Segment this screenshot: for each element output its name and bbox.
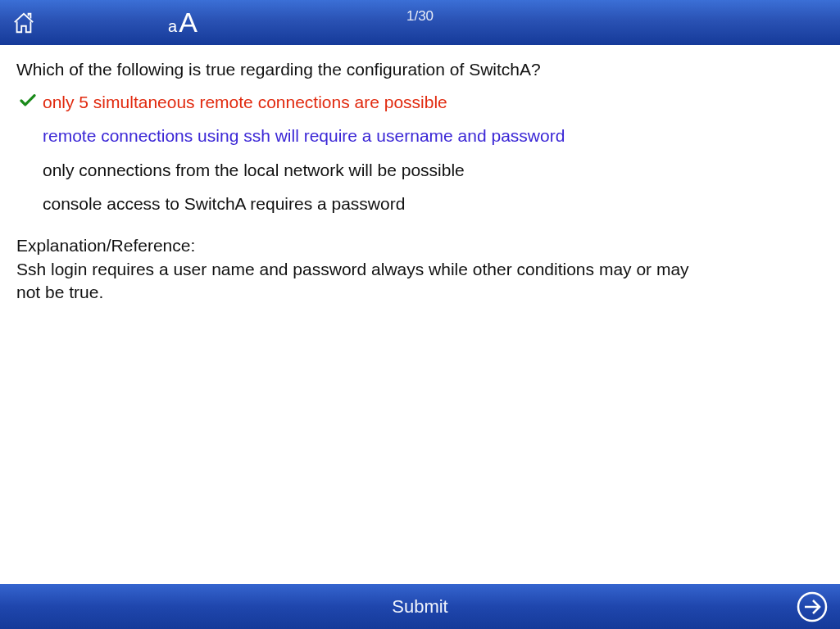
- check-icon: [20, 94, 36, 107]
- answer-text: remote connections using ssh will requir…: [43, 124, 565, 147]
- answer-text: only 5 simultaneous remote connections a…: [43, 91, 447, 113]
- font-size-small-a: a: [168, 17, 177, 36]
- top-bar: a A 1/30: [0, 0, 840, 45]
- answer-text: only connections from the local network …: [43, 159, 465, 181]
- answer-list: only 5 simultaneous remote connections a…: [20, 91, 824, 215]
- explanation-body: Ssh login requires a user name and passw…: [16, 258, 697, 305]
- answer-option[interactable]: only 5 simultaneous remote connections a…: [20, 91, 824, 113]
- answer-option[interactable]: remote connections using ssh will requir…: [20, 124, 824, 147]
- content-area: Which of the following is true regarding…: [0, 45, 840, 304]
- answer-option[interactable]: console access to SwitchA requires a pas…: [20, 192, 824, 215]
- next-button[interactable]: [796, 591, 829, 623]
- question-counter: 1/30: [406, 8, 434, 25]
- question-text: Which of the following is true regarding…: [16, 60, 824, 79]
- home-button[interactable]: [10, 9, 38, 37]
- font-size-big-a: A: [179, 7, 198, 38]
- answer-option[interactable]: only connections from the local network …: [20, 159, 824, 181]
- explanation-block: Explanation/Reference: Ssh login require…: [16, 234, 697, 304]
- bottom-bar: Submit: [0, 584, 840, 629]
- arrow-right-circle-icon: [796, 591, 829, 623]
- submit-button[interactable]: Submit: [392, 596, 447, 618]
- font-size-button[interactable]: a A: [168, 7, 198, 38]
- explanation-title: Explanation/Reference:: [16, 234, 697, 257]
- home-icon: [11, 11, 36, 34]
- answer-text: console access to SwitchA requires a pas…: [43, 192, 405, 215]
